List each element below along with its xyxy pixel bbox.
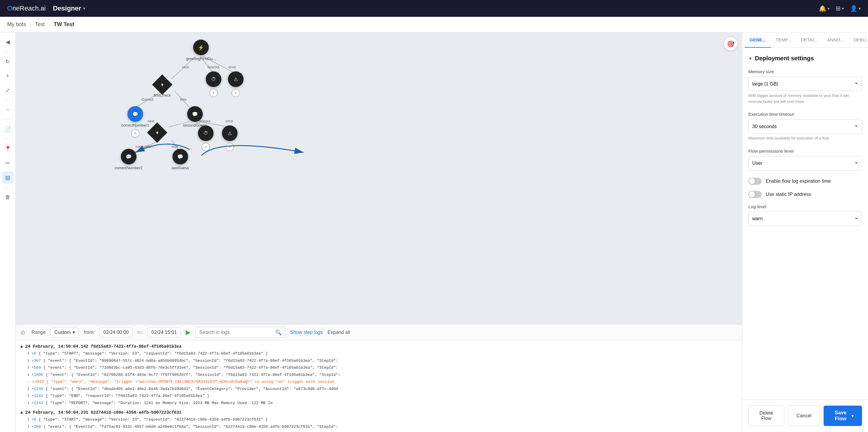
svg-line-8 xyxy=(175,91,190,107)
node-secondguess[interactable]: 💬 secondGuess xyxy=(183,106,207,127)
node-timeout1-add[interactable]: + xyxy=(209,89,218,97)
sidebar-add-button[interactable]: + xyxy=(2,70,14,82)
info-icon: ℹ xyxy=(28,358,29,364)
log-search-input[interactable] xyxy=(199,330,273,335)
use-static-ip-toggle[interactable] xyxy=(748,191,762,198)
info-icon: ℹ xyxy=(28,431,29,432)
right-panel-tabs: GENE... TEMP... DETAI... ANNO... DEBU... xyxy=(742,32,868,48)
node-start-label: greetingFirstDu... xyxy=(186,56,216,61)
node-secondcheck[interactable]: ♦ xyxy=(150,125,164,140)
info-icon: ℹ xyxy=(28,424,29,430)
notifications-button[interactable]: 🔔 ▾ xyxy=(819,5,830,12)
log-text: { "type": "START", "message": "Version: … xyxy=(39,351,737,357)
log-entry: ▲ 24 February, 14:50:04.231 6227441d-c80… xyxy=(21,409,737,432)
log-disable-button[interactable]: ⊘ xyxy=(21,329,26,336)
use-static-ip-label: Use static IP address xyxy=(766,192,811,197)
memory-size-select[interactable]: large (1 GB) xyxy=(748,76,862,91)
main-layout: ◀ ↻ + ⤢ − 📄 📍 ✂ ▤ 🗑 🎯 xyxy=(0,32,868,432)
log-entry-header[interactable]: ▲ 24 February, 14:50:04.142 f6d15a83-742… xyxy=(21,343,737,350)
tab-gene[interactable]: GENE... xyxy=(745,32,771,48)
sidebar-collapse-button[interactable]: ◀ xyxy=(2,36,14,48)
node-firstcheck[interactable]: ♦ firstCheck xyxy=(154,78,171,97)
node-correctnumber1-add[interactable]: + xyxy=(131,129,140,138)
svg-text:Correct: Correct xyxy=(142,97,154,102)
node-error2-add[interactable]: + xyxy=(225,143,234,151)
node-error1[interactable]: ⚠ + xyxy=(228,71,244,97)
log-range-selector[interactable]: Custom ▾ xyxy=(51,327,79,337)
log-line: ℹ +1242 { "type": "REPORT", "message": "… xyxy=(21,400,737,407)
log-play-button[interactable]: ▶ xyxy=(186,329,191,336)
log-show-step-btn[interactable]: Show step logs xyxy=(290,330,323,335)
right-panel-footer: Delete Flow Cancel Save Flow ▾ xyxy=(742,399,868,432)
node-timeout2[interactable]: ⏱ + xyxy=(198,125,214,151)
sidebar-delete-button[interactable]: 🗑 xyxy=(2,191,14,203)
log-entry-header[interactable]: ▲ 24 February, 14:50:04.231 6227441d-c80… xyxy=(21,409,737,416)
breadcrumb-sep-2: › xyxy=(48,22,50,27)
log-from-input[interactable]: 02/24 00:00 xyxy=(100,328,133,337)
use-static-ip-row: Use static IP address xyxy=(748,191,862,198)
tab-detai[interactable]: DETAI... xyxy=(796,32,823,48)
svg-text:error: error xyxy=(228,65,236,69)
sidebar-zoomout-button[interactable]: − xyxy=(2,104,14,116)
sidebar-tools-button[interactable]: ✂ xyxy=(2,157,14,169)
app-section[interactable]: Designer ▾ xyxy=(53,4,85,12)
node-correctnumber1[interactable]: 💬 correctNumber1 + xyxy=(121,106,149,138)
node-start[interactable]: ⚡ greetingFirstDu... xyxy=(186,40,216,61)
sidebar-location-button[interactable]: 📍 xyxy=(2,143,14,155)
node-correctnumber2-label: correctNumber2 xyxy=(115,165,143,170)
log-level-select[interactable]: warn xyxy=(748,212,862,226)
flow-canvas-container[interactable]: 🎯 next timeout error Correct xyxy=(16,32,742,324)
log-text: { "event": { "EventId": "fd75ac61-913c-4… xyxy=(43,424,737,430)
breadcrumb-test[interactable]: Test xyxy=(35,21,45,28)
breadcrumb: My bots › Test › TW Test xyxy=(0,17,868,32)
info-icon: ℹ xyxy=(28,351,29,357)
log-level-field: Log level warn xyxy=(748,204,862,226)
toggle-knob xyxy=(749,178,755,184)
sidebar-layers-button[interactable]: ▤ xyxy=(2,172,14,184)
tab-anno[interactable]: ANNO... xyxy=(823,32,849,48)
enable-flow-log-toggle[interactable] xyxy=(748,178,762,185)
log-offset: +307 xyxy=(31,358,41,364)
breadcrumb-mybots[interactable]: My bots xyxy=(7,21,26,28)
user-menu-button[interactable]: 👤 ▾ xyxy=(850,5,861,12)
svg-text:next: next xyxy=(182,65,189,69)
sidebar-divider-2 xyxy=(3,100,12,100)
flow-permissions-select[interactable]: User xyxy=(748,156,862,171)
log-line: ℹ +1006 { "event": { "EventId": "01f0028… xyxy=(21,371,737,379)
log-text: { "event": { "EventId": "dbade466-a6e1-4… xyxy=(45,386,737,392)
log-level-label: Log level xyxy=(748,204,862,209)
log-content[interactable]: ▲ 24 February, 14:50:04.142 f6d15a83-742… xyxy=(16,340,742,432)
save-flow-chevron-icon[interactable]: ▾ xyxy=(851,414,854,418)
execution-timeout-select[interactable]: 30 seconds xyxy=(748,119,862,133)
node-error1-add[interactable]: + xyxy=(231,89,240,97)
apps-button[interactable]: ⊞ ▾ xyxy=(836,5,844,12)
node-correctnumber2[interactable]: 💬 correctNumber2 xyxy=(115,149,143,170)
sidebar-notes-button[interactable]: 📄 xyxy=(2,123,14,135)
node-timeout1[interactable]: ⏱ + xyxy=(206,71,221,97)
delete-flow-button[interactable]: Delete Flow xyxy=(748,406,784,426)
node-error2[interactable]: ⚠ + xyxy=(222,125,238,151)
node-correctnumber1-label: correctNumber1 xyxy=(121,123,149,127)
tab-debu[interactable]: DEBU... xyxy=(849,32,868,48)
cancel-button[interactable]: Cancel xyxy=(788,406,820,426)
app-logo[interactable]: OneReach.ai xyxy=(7,4,45,12)
svg-text:else: else xyxy=(180,97,187,102)
tab-temp[interactable]: TEMP... xyxy=(771,32,796,48)
toggle-knob xyxy=(749,191,755,197)
info-icon: ℹ xyxy=(28,372,29,378)
section-chevron-icon[interactable]: ▼ xyxy=(748,56,752,61)
memory-size-hint: With bigger amount of memory available t… xyxy=(748,93,862,104)
sidebar-refresh-button[interactable]: ↻ xyxy=(2,56,14,67)
canvas-locate-button[interactable]: 🎯 xyxy=(724,37,737,51)
right-panel-content: ▼ Deployment settings Memory size large … xyxy=(742,48,868,399)
designer-chevron-icon[interactable]: ▾ xyxy=(83,6,85,11)
node-timeout2-add[interactable]: + xyxy=(202,143,210,151)
sidebar-divider-4 xyxy=(3,139,12,139)
node-lastguess[interactable]: 💬 lastGuess xyxy=(172,149,189,170)
log-expand-all-btn[interactable]: Expand all xyxy=(328,330,350,335)
sidebar-expand-button[interactable]: ⤢ xyxy=(2,84,14,96)
warn-icon: ⚠ xyxy=(28,379,30,385)
topbar: OneReach.ai Designer ▾ 🔔 ▾ ⊞ ▾ 👤 ▾ xyxy=(0,0,868,17)
log-to-input[interactable]: 02/24 15:01 xyxy=(148,328,181,337)
save-flow-button[interactable]: Save Flow ▾ xyxy=(824,406,862,426)
